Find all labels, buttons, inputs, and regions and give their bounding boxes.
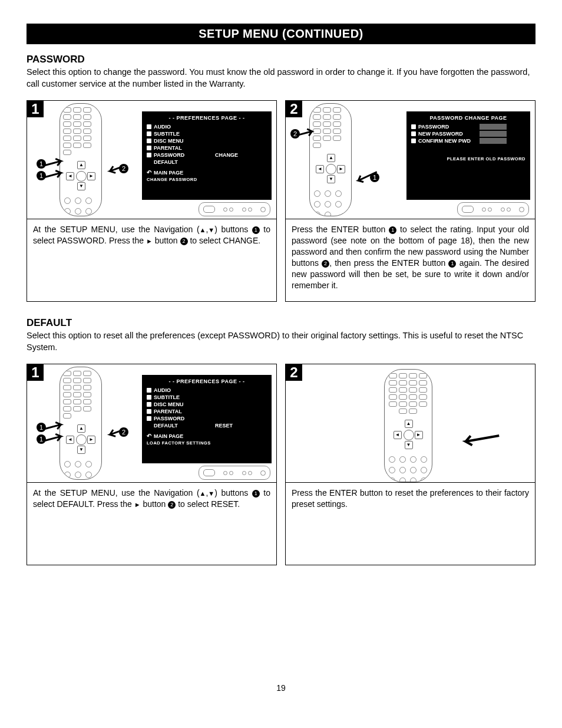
input-box-icon <box>480 131 507 137</box>
password-step2-text: Press the ENTER button 1 to select the r… <box>286 219 535 301</box>
key-icon <box>411 131 416 136</box>
callout-arrow <box>458 432 500 448</box>
section-desc-default: Select this option to reset all the pref… <box>27 330 535 353</box>
section-heading-default: DEFAULT <box>27 317 535 329</box>
remote-illustration: ▲▼ ◄► <box>384 369 437 481</box>
dpad-icon: ▲▼ ◄► <box>394 420 423 449</box>
dpad-icon: ▲▼ ◄► <box>66 424 95 454</box>
page-title: SETUP MENU (CONTINUED) <box>27 24 535 44</box>
default-steps-row: 1 ▲▼ ◄► <box>27 364 535 565</box>
key-icon <box>411 139 416 143</box>
dpad-icon: ▲▼ ◄► <box>316 154 345 183</box>
dpad-icon: ▲▼ ◄► <box>66 161 95 190</box>
callout-arrow-2: 2 <box>104 426 127 441</box>
circ-1-icon: 1 <box>448 260 456 268</box>
default-step2-image: 2 ▲▼ ◄► <box>286 364 535 482</box>
default-step1-box: 1 ▲▼ ◄► <box>27 364 277 565</box>
circ-1-icon: 1 <box>252 490 260 498</box>
osd-item-default: DEFAULT <box>154 423 213 429</box>
player-device-icon <box>199 466 270 480</box>
osd-status: LOAD FACTORY SETTINGS <box>147 440 267 446</box>
circ-1-icon: 1 <box>389 226 396 234</box>
osd-value-reset: RESET <box>215 423 233 429</box>
default-step1-image: 1 ▲▼ ◄► <box>27 364 276 482</box>
step-number: 2 <box>286 364 302 381</box>
osd-item-parental: PARENTAL <box>154 145 213 151</box>
step-number: 2 <box>286 101 302 117</box>
osd-row-newpassword: NEW PASSWORD <box>418 131 477 137</box>
password-step1-box: 1 ▲▼ ◄► <box>27 100 277 302</box>
osd-mainpage: MAIN PAGE <box>154 433 183 439</box>
osd-value-change: CHANGE <box>215 152 238 158</box>
return-arrow-icon: ↶ <box>147 169 151 176</box>
osd-item-subtitle: SUBTITLE <box>154 394 213 400</box>
remote-illustration: ▲▼ ◄► <box>59 103 113 215</box>
circ-2-icon: 2 <box>322 260 329 268</box>
osd-row-confirmpwd: CONFIRM NEW PWD <box>418 138 477 144</box>
circ-2-icon: 2 <box>180 238 188 245</box>
osd-password-change-screen: PASSWORD CHANGE PAGE PASSWORD NEW PASSWO… <box>406 111 530 200</box>
default-step1-text: At the SETUP MENU, use the Navigation (▲… <box>27 482 276 565</box>
step-number: 1 <box>27 364 44 381</box>
callout-arrow-1b: 1 <box>38 432 67 447</box>
password-step1-text: At the SETUP MENU, use the Navigation (▲… <box>27 219 276 301</box>
tri-up-icon: ▲ <box>200 489 206 498</box>
remote-illustration: ▲▼ ◄► <box>309 103 362 215</box>
osd-preferences-screen: - - PREFERENCES PAGE - - AUDIO SUBTITLE … <box>142 111 272 200</box>
osd-title: - - PREFERENCES PAGE - - <box>147 115 267 121</box>
password-step1-image: 1 ▲▼ ◄► <box>27 101 276 219</box>
default-step2-text: Press the ENTER button to reset the pref… <box>286 482 535 565</box>
osd-item-parental: PARENTAL <box>154 409 213 414</box>
osd-preferences-screen: - - PREFERENCES PAGE - - AUDIO SUBTITLE … <box>142 375 272 463</box>
callout-arrow-2: 2 <box>292 127 318 141</box>
password-steps-row: 1 ▲▼ ◄► <box>27 100 535 302</box>
osd-mainpage: MAIN PAGE <box>154 170 183 176</box>
osd-item-password: PASSWORD <box>154 416 213 421</box>
tri-up-icon: ▲ <box>200 226 206 235</box>
osd-item-discmenu: DISC MENU <box>154 401 213 407</box>
page-number: 19 <box>27 683 535 693</box>
step-number: 1 <box>27 101 44 117</box>
osd-title: - - PREFERENCES PAGE - - <box>147 378 267 384</box>
player-device-icon <box>457 202 529 216</box>
osd-item-default: DEFAULT <box>154 159 213 165</box>
tri-down-icon: ▼ <box>208 226 214 235</box>
tri-right-icon: ► <box>134 500 141 509</box>
osd-item-audio: AUDIO <box>154 387 213 393</box>
section-desc-password: Select this option to change the passwor… <box>27 67 535 90</box>
tri-right-icon: ► <box>146 237 153 246</box>
callout-arrow-1: 1 <box>352 172 378 185</box>
osd-item-discmenu: DISC MENU <box>154 138 213 144</box>
key-icon <box>411 124 416 129</box>
player-device-icon <box>199 202 270 216</box>
input-box-icon <box>480 124 507 130</box>
key-icon <box>147 416 151 421</box>
return-arrow-icon: ↶ <box>147 433 151 439</box>
osd-item-password: PASSWORD <box>154 152 213 158</box>
osd-row-password: PASSWORD <box>418 124 477 130</box>
key-icon <box>147 153 151 157</box>
osd-title: PASSWORD CHANGE PAGE <box>411 115 525 121</box>
tri-down-icon: ▼ <box>208 489 214 498</box>
remote-illustration: ▲▼ ◄► <box>59 367 113 479</box>
callout-arrow-1b: 1 <box>38 169 67 183</box>
password-step2-image: 2 ▲▼ ◄► <box>286 101 535 219</box>
osd-item-audio: AUDIO <box>154 124 213 130</box>
circ-2-icon: 2 <box>168 501 176 509</box>
section-heading-password: PASSWORD <box>27 54 535 65</box>
circ-1-icon: 1 <box>252 226 260 234</box>
osd-status: PLEASE ENTER OLD PASSWORD <box>411 156 525 162</box>
input-box-icon <box>480 138 507 144</box>
callout-arrow-2: 2 <box>104 163 127 177</box>
osd-status: CHANGE PASSWORD <box>147 177 267 182</box>
password-step2-box: 2 ▲▼ ◄► <box>285 100 535 302</box>
default-step2-box: 2 ▲▼ ◄► <box>285 364 535 565</box>
osd-item-subtitle: SUBTITLE <box>154 131 213 137</box>
